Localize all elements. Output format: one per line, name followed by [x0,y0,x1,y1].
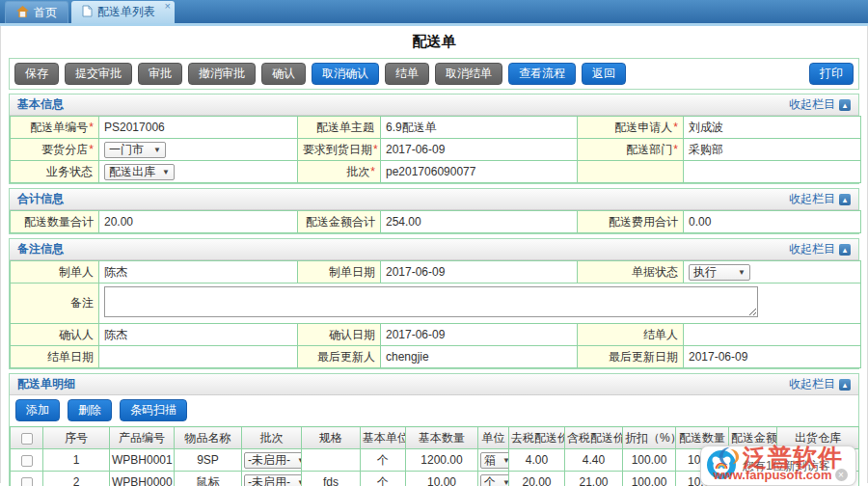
base-qty-cell: 10.00 [406,472,478,486]
order-no-value: PS2017006 [99,117,298,139]
doc-status-cell: 执行▼ [684,261,861,284]
content-frame: 配送单 保存 提交审批 审批 撤消审批 确认 取消确认 结单 取消结单 查看流程… [0,26,868,483]
confirmer-value: 陈杰 [99,324,298,346]
row-unit-select[interactable]: 个▼ [480,474,509,486]
base-unit-cell: 个 [361,449,406,472]
collapse-icon: ▴ [839,194,851,205]
col-unit: 单位 [478,427,509,449]
amount-total-value: 254.00 [381,211,578,233]
row-batch-select[interactable]: -未启用-▼ [244,452,302,469]
remark-textarea[interactable] [104,286,758,317]
cancel-approval-button[interactable]: 撤消审批 [188,63,256,85]
close-date-value [99,346,298,368]
row-batch-select[interactable]: -未启用-▼ [244,474,302,486]
col-base-unit: 基本单位 [361,427,406,449]
barcode-scan-button[interactable]: 条码扫描 [120,399,187,421]
collapse-label: 收起栏目 [789,191,835,207]
print-button[interactable]: 打印 [809,63,854,85]
col-price-inc-tax: 含税配送价 [565,427,623,449]
base-qty-cell: 1200.00 [406,449,478,472]
remarks-collapse-toggle[interactable]: 收起栏目 ▴ [789,241,851,257]
row-select-cell [11,449,43,472]
col-price-ex-tax: 去税配送价 [509,427,565,449]
page-title: 配送单 [9,33,859,51]
row-checkbox[interactable] [21,477,33,486]
watermark-close-icon[interactable]: × [835,469,848,481]
qty-total-value: 20.00 [99,211,298,233]
select-all-checkbox[interactable] [21,433,33,445]
last-update-date-value: 2017-06-09 [684,346,861,368]
approve-button[interactable]: 审批 [138,63,182,85]
back-button[interactable]: 返回 [582,63,626,85]
confirm-button[interactable]: 确认 [261,63,306,85]
seq-cell: 2 [43,472,110,486]
form-row: 制单人 陈杰 制单日期 2017-06-09 单据状态 执行▼ [11,261,861,284]
form-row: 业务状态 配送出库▼ 批次* pe201706090077 [11,161,861,183]
detail-toolbar: 添加 删除 条码扫描 [10,395,858,426]
totals-section: 合计信息 收起栏目 ▴ 配送数量合计 20.00 配送金额合计 254.00 配… [9,188,859,234]
due-date-label: 要求到货日期* [298,139,381,161]
basic-collapse-toggle[interactable]: 收起栏目 ▴ [789,96,851,113]
tab-home[interactable]: 首页 [5,1,68,23]
close-order-button[interactable]: 结单 [385,63,429,85]
col-batch: 批次 [242,427,302,449]
required-asterisk: * [373,143,378,156]
applicant-label: 配送申请人* [578,117,684,139]
chat-bear-icon [707,450,736,482]
visitor-notification-popup[interactable]: 您有1位新到访客 [700,446,856,486]
form-row: 配送数量合计 20.00 配送金额合计 254.00 配送费用合计 0.00 [11,211,861,233]
product-code-cell: WPBH0001 [110,449,175,472]
row-checkbox[interactable] [21,455,33,467]
chevron-down-icon: ▼ [153,146,161,154]
batch-label: 批次* [298,161,381,183]
doc-status-select[interactable]: 执行▼ [689,264,750,281]
fee-total-value: 0.00 [684,211,861,233]
visitor-message: 您有1位新到访客 [743,458,830,474]
basic-info-form: 配送单编号* PS2017006 配送单主题 6.9配送单 配送申请人* 刘成波… [10,116,861,183]
cancel-close-order-button[interactable]: 取消结单 [435,63,502,85]
spec-cell [302,449,361,472]
biz-status-select[interactable]: 配送出库▼ [104,164,175,180]
product-code-cell: WPBH0000 [110,472,175,486]
creator-label: 制单人 [11,261,99,284]
department-value: 采购部 [684,139,861,161]
tab-close-icon[interactable]: × [165,1,171,12]
totals-header: 合计信息 收起栏目 ▴ [10,189,858,210]
view-workflow-button[interactable]: 查看流程 [508,63,576,85]
tab-delivery-list[interactable]: 配送单列表 × [71,1,175,23]
basic-info-section: 基本信息 收起栏目 ▴ 配送单编号* PS2017006 配送单主题 6.9配送… [9,94,859,184]
department-label: 配送部门* [578,139,684,161]
creator-value: 陈杰 [99,261,298,284]
biz-status-cell: 配送出库▼ [99,161,298,183]
confirm-date-label: 确认日期 [298,324,381,346]
form-row: 备注 [11,284,861,324]
save-button[interactable]: 保存 [14,63,59,85]
tab-bar: 首页 配送单列表 × [0,0,868,26]
tab-home-label: 首页 [34,5,57,21]
closer-value [684,324,861,346]
row-select-cell [11,472,43,486]
select-all-cell [11,427,43,449]
remark-label: 备注 [11,284,99,324]
collapse-icon: ▴ [839,379,851,391]
collapse-label: 收起栏目 [789,96,835,113]
order-no-label: 配送单编号* [11,117,99,139]
row-unit-select[interactable]: 箱▼ [480,452,509,469]
totals-title: 合计信息 [17,191,64,207]
branch-select[interactable]: 一门市▼ [104,142,166,158]
delete-row-button[interactable]: 删除 [68,399,112,421]
chevron-down-icon: ▼ [502,456,509,465]
totals-collapse-toggle[interactable]: 收起栏目 ▴ [789,191,851,207]
add-row-button[interactable]: 添加 [15,399,60,421]
form-row: 配送单编号* PS2017006 配送单主题 6.9配送单 配送申请人* 刘成波 [11,117,861,139]
remarks-form: 制单人 陈杰 制单日期 2017-06-09 单据状态 执行▼ 备注 确认人 陈… [10,260,861,368]
chevron-down-icon: ▼ [738,268,746,277]
doc-status-label: 单据状态 [578,261,684,284]
document-icon [82,5,93,20]
form-row: 要货分店* 一门市▼ 要求到货日期* 2017-06-09 配送部门* 采购部 [11,139,861,161]
seq-cell: 1 [43,449,110,472]
submit-approval-button[interactable]: 提交审批 [65,63,132,85]
chevron-down-icon: ▼ [162,168,170,176]
detail-collapse-toggle[interactable]: 收起栏目 ▴ [789,376,851,392]
cancel-confirm-button[interactable]: 取消确认 [312,63,379,85]
